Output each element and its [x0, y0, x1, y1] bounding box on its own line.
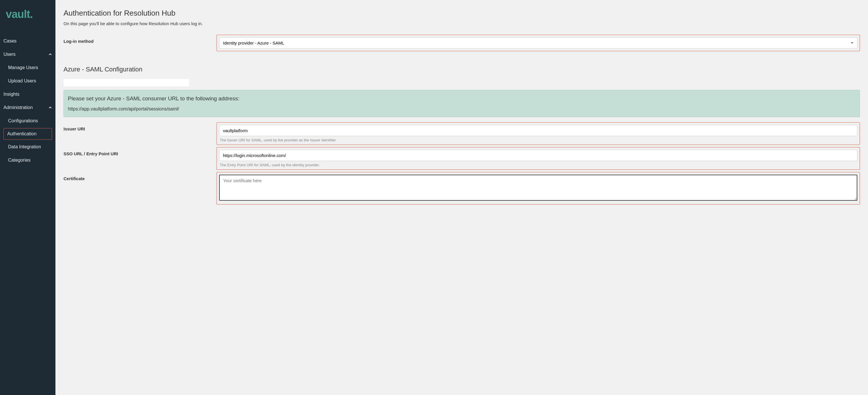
sidebar-item-label: Users — [3, 52, 16, 57]
sidebar-item-label: Configurations — [8, 118, 38, 123]
sidebar-item-label: Categories — [8, 158, 30, 163]
sso-url-row: SSO URL / Entry Point URI The Entry Poin… — [64, 147, 860, 170]
chevron-up-icon — [49, 106, 52, 109]
login-method-select[interactable]: Identity provider - Azure - SAML — [219, 37, 857, 49]
sidebar-item-configurations[interactable]: Configurations — [0, 114, 56, 128]
sidebar: vault. Cases Users Manage Users Upload U… — [0, 0, 56, 395]
issuer-uri-input[interactable] — [219, 125, 857, 136]
sidebar-item-users[interactable]: Users — [0, 48, 56, 61]
sidebar-item-categories[interactable]: Categories — [0, 153, 56, 167]
login-method-row: Log-in method Identity provider - Azure … — [64, 35, 860, 51]
svg-text:vault.: vault. — [6, 8, 33, 20]
info-box-title: Please set your Azure - SAML consumer UR… — [68, 95, 856, 102]
sidebar-item-insights[interactable]: Insights — [0, 88, 56, 101]
issuer-uri-helper: The Issuer URI for SAML, used by the pro… — [219, 138, 857, 142]
certificate-highlight — [217, 172, 860, 204]
vault-logo-svg: vault. — [6, 8, 43, 20]
sidebar-item-upload-users[interactable]: Upload Users — [0, 74, 56, 88]
sidebar-item-label: Upload Users — [8, 78, 36, 84]
sidebar-item-data-integration[interactable]: Data Integration — [0, 140, 56, 153]
issuer-uri-highlight: The Issuer URI for SAML, used by the pro… — [217, 122, 860, 145]
sidebar-item-label: Authentication — [7, 131, 36, 137]
chevron-up-icon — [49, 53, 52, 56]
certificate-row: Certificate — [64, 172, 860, 204]
page-title: Authentication for Resolution Hub — [64, 9, 860, 18]
sidebar-item-label: Insights — [3, 92, 19, 97]
sso-url-highlight: The Entry Point URI for SAML, used by th… — [217, 147, 860, 170]
section-subtitle: Azure - SAML Configuration — [64, 66, 860, 73]
sidebar-item-label: Administration — [3, 105, 33, 110]
sidebar-item-administration[interactable]: Administration — [0, 101, 56, 114]
main-content: Authentication for Resolution Hub On thi… — [56, 0, 868, 395]
sidebar-item-manage-users[interactable]: Manage Users — [0, 61, 56, 74]
issuer-uri-row: Issuer URI The Issuer URI for SAML, used… — [64, 122, 860, 145]
issuer-uri-label: Issuer URI — [64, 122, 217, 131]
info-box-url: https://app.vaultplatform.com/api/portal… — [68, 106, 856, 112]
consumer-url-info-box: Please set your Azure - SAML consumer UR… — [64, 90, 860, 117]
app-logo: vault. — [6, 8, 50, 23]
sidebar-item-label: Data Integration — [8, 144, 41, 149]
sso-url-input[interactable] — [219, 150, 857, 161]
login-method-label: Log-in method — [64, 35, 217, 44]
certificate-label: Certificate — [64, 172, 217, 181]
login-method-value: Identity provider - Azure - SAML — [223, 40, 284, 46]
sso-url-label: SSO URL / Entry Point URI — [64, 147, 217, 156]
sso-url-helper: The Entry Point URI for SAML, used by th… — [219, 163, 857, 167]
white-block — [64, 79, 189, 86]
sidebar-item-label: Cases — [3, 38, 17, 44]
logo-area: vault. — [0, 0, 56, 34]
chevron-down-icon — [851, 42, 854, 44]
login-method-highlight: Identity provider - Azure - SAML — [217, 35, 860, 51]
certificate-textarea[interactable] — [219, 175, 857, 201]
sidebar-item-cases[interactable]: Cases — [0, 34, 56, 48]
sidebar-item-authentication[interactable]: Authentication — [3, 128, 52, 140]
sidebar-item-label: Manage Users — [8, 65, 38, 70]
page-description: On this page you'll be able to configure… — [64, 21, 860, 26]
